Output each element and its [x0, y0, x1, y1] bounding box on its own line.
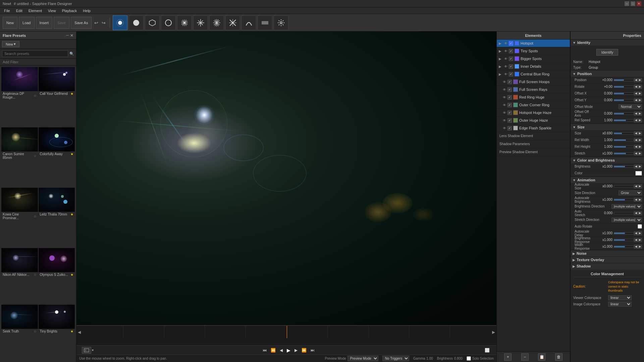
- preset-star-colorfully[interactable]: ★: [70, 152, 73, 156]
- preset-star-leitz[interactable]: ★: [70, 213, 73, 216]
- size-left-btn[interactable]: ◀: [634, 131, 638, 135]
- preset-star-nikon[interactable]: ☆: [34, 273, 37, 277]
- offset-y-right-btn[interactable]: ▶: [638, 98, 642, 102]
- redo-button[interactable]: ↪: [100, 19, 107, 27]
- width-response-left-btn[interactable]: ◀: [634, 245, 638, 249]
- offset-off-axis-left-btn[interactable]: ◀: [634, 112, 638, 116]
- star6-icon-btn[interactable]: [209, 15, 224, 30]
- brightness-right-btn[interactable]: ▶: [638, 165, 642, 169]
- autoscale-brightness-slider[interactable]: [614, 199, 634, 201]
- checkbox-hotspot[interactable]: ✓: [509, 41, 513, 46]
- auto-stretch-slider[interactable]: [614, 212, 634, 214]
- preset-item-kowa[interactable]: Kowa Cine Prominar... ☆: [1, 188, 38, 247]
- preset-star-olympus[interactable]: ★: [70, 273, 73, 277]
- search-icon[interactable]: 🔍: [69, 52, 74, 56]
- stretch-left-btn[interactable]: ◀: [634, 152, 638, 156]
- star4-icon-btn[interactable]: [193, 15, 208, 30]
- position-section-header[interactable]: ▼ Position: [571, 71, 644, 77]
- new-button[interactable]: New: [3, 17, 17, 29]
- offset-x-slider[interactable]: [614, 93, 634, 95]
- preset-item-callyour[interactable]: Call Your Girlfriend ★: [39, 67, 75, 127]
- offset-y-left-btn[interactable]: ◀: [634, 98, 638, 102]
- rel-height-left-btn[interactable]: ◀: [634, 145, 638, 149]
- expand-arrow-inner-details[interactable]: ▶: [499, 65, 503, 68]
- width-response-slider[interactable]: [614, 246, 634, 248]
- star-flare-icon-btn[interactable]: [225, 15, 240, 30]
- streaks-icon-btn[interactable]: [258, 15, 272, 30]
- preset-item-tiny[interactable]: Tiny Brights ★: [39, 305, 75, 361]
- starburst-icon-btn[interactable]: [177, 15, 192, 30]
- frame-selector[interactable]: ▾: [92, 348, 94, 352]
- element-item-central-blue-ring[interactable]: ▶ 👁 ✓ Central Blue Ring: [497, 70, 570, 78]
- play-button[interactable]: ▶: [285, 347, 292, 354]
- identity-section-header[interactable]: ▼ Identity: [571, 40, 644, 46]
- element-item-inner-details[interactable]: ▶ 👁 ✓ Inner Details: [497, 63, 570, 70]
- preset-star-seek[interactable]: ☆: [34, 329, 37, 333]
- autoscale-size-slider[interactable]: [614, 185, 634, 187]
- element-item-full-screen-hoops[interactable]: 👁 ✓ Full Screen Hoops: [497, 78, 570, 86]
- close-button[interactable]: ✕: [637, 1, 641, 6]
- color-swatch-prop[interactable]: [635, 171, 642, 176]
- autoscale-size-left-btn[interactable]: ◀: [634, 184, 638, 188]
- goto-start-button[interactable]: ⏮: [261, 347, 268, 353]
- insert-button[interactable]: Insert: [36, 17, 53, 29]
- no-triggers-select[interactable]: No Triggers: [382, 356, 409, 361]
- preset-star-tiny[interactable]: ★: [70, 329, 73, 333]
- settings-icon-btn[interactable]: [274, 15, 288, 30]
- offset-x-left-btn[interactable]: ◀: [634, 92, 638, 96]
- preset-item-olympus[interactable]: Olympus S Zuiko... ★: [39, 248, 75, 304]
- auto-stretch-left-btn[interactable]: ◀: [634, 211, 638, 215]
- element-item-outer-corner-ring[interactable]: 👁 ✓ Outer Corner Ring: [497, 101, 570, 109]
- checkbox-red-ring-huge[interactable]: ✓: [507, 95, 512, 100]
- checkbox-edge-flash-sparkle[interactable]: ✓: [507, 126, 512, 130]
- next-step-button[interactable]: ▶: [293, 347, 299, 353]
- brightness-prop-slider[interactable]: [614, 166, 634, 168]
- lens-shadow-element[interactable]: Lens Shadow Element: [497, 132, 570, 140]
- prev-step-button[interactable]: ◀: [278, 347, 284, 353]
- rel-width-right-btn[interactable]: ▶: [638, 138, 642, 142]
- autoscale-brightness-right-btn[interactable]: ▶: [638, 198, 642, 202]
- shadow-parameters[interactable]: Shadow Parameters: [497, 140, 570, 148]
- autoscale-delay-right-btn[interactable]: ▶: [638, 231, 642, 235]
- element-item-hotspot[interactable]: ▶ 👁 ✓ Hotspot: [497, 40, 570, 47]
- arc-flare-icon-btn[interactable]: [241, 15, 256, 30]
- elements-copy-button[interactable]: 📋: [538, 353, 545, 361]
- glow-circle-icon-btn[interactable]: [113, 15, 127, 30]
- shadow-section-header[interactable]: ▶ Shadow: [571, 263, 644, 269]
- position-right-btn[interactable]: ▶: [638, 78, 642, 82]
- menu-help[interactable]: Help: [80, 8, 93, 13]
- preset-item-canon[interactable]: Canon Sumire 85mm ☆: [1, 127, 38, 187]
- rel-speed-slider[interactable]: [614, 119, 634, 121]
- image-colorspace-select[interactable]: linear: [608, 302, 632, 307]
- offset-y-slider[interactable]: [614, 99, 634, 101]
- size-direction-select[interactable]: Grow: [619, 190, 642, 195]
- rel-width-slider[interactable]: [614, 139, 634, 141]
- element-item-full-screen-rays[interactable]: 👁 ✓ Full Screen Rays: [497, 86, 570, 94]
- position-slider[interactable]: [614, 79, 634, 81]
- checkbox-bigger-spots[interactable]: ✓: [509, 57, 513, 61]
- autoscale-size-right-btn[interactable]: ▶: [638, 184, 642, 188]
- search-input[interactable]: [2, 50, 68, 57]
- brightness-response-right-btn[interactable]: ▶: [638, 238, 642, 242]
- element-item-tiny-spots[interactable]: ▶ 👁 ✓ Tiny Spots: [497, 47, 570, 55]
- animation-section-header[interactable]: ▼ Animation: [571, 177, 644, 183]
- rel-speed-right-btn[interactable]: ▶: [638, 118, 642, 122]
- checkbox-inner-details[interactable]: ✓: [509, 64, 513, 69]
- undo-button[interactable]: ↩: [93, 19, 100, 27]
- autoscale-delay-slider[interactable]: [614, 232, 634, 234]
- preset-item-nikon[interactable]: Nikon AF Nikkor... ☆: [1, 248, 38, 304]
- auto-rotate-checkbox[interactable]: [638, 224, 642, 229]
- canvas-viewport[interactable]: [76, 32, 496, 325]
- autoscale-delay-left-btn[interactable]: ◀: [634, 231, 638, 235]
- checkbox-full-screen-hoops[interactable]: ✓: [507, 80, 512, 84]
- rel-width-left-btn[interactable]: ◀: [634, 138, 638, 142]
- preset-star-callyour[interactable]: ★: [70, 92, 73, 96]
- width-response-right-btn[interactable]: ▶: [638, 245, 642, 249]
- goto-end-button[interactable]: ⏭: [309, 347, 316, 353]
- checkbox-full-screen-rays[interactable]: ✓: [507, 87, 512, 92]
- element-item-bigger-spots[interactable]: ▶ 👁 ✓ Bigger Spots: [497, 55, 570, 63]
- menu-playback[interactable]: Playback: [59, 8, 80, 13]
- checkbox-tiny-spots[interactable]: ✓: [509, 49, 513, 53]
- expand-arrow-bigger-spots[interactable]: ▶: [499, 57, 503, 61]
- stretch-right-btn[interactable]: ▶: [638, 152, 642, 156]
